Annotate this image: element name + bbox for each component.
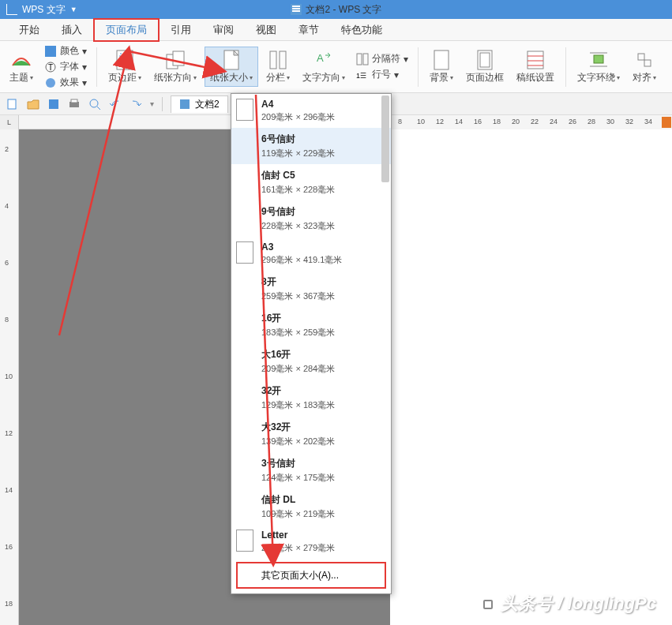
theme-button[interactable]: 主题▾: [5, 47, 38, 86]
vruler-tick: 4: [5, 202, 9, 210]
undo-icon[interactable]: [109, 98, 122, 110]
new-icon[interactable]: [6, 98, 19, 110]
size-name: 大16开: [261, 348, 335, 361]
page-background-right: [390, 129, 672, 625]
hruler-tick: 20: [512, 118, 520, 125]
margin-icon: [114, 49, 136, 71]
svg-rect-22: [594, 55, 603, 63]
paper-size-option[interactable]: 大32开139毫米 × 202毫米: [231, 416, 391, 452]
svg-rect-12: [357, 54, 362, 65]
svg-rect-15: [434, 51, 449, 69]
size-dimensions: 109毫米 × 219毫米: [261, 508, 335, 520]
text-direction-button[interactable]: A 文字方向▾: [298, 47, 350, 86]
open-icon[interactable]: [27, 98, 39, 110]
paper-size-option[interactable]: 3号信封124毫米 × 175毫米: [231, 452, 391, 488]
document-tab-icon: [179, 99, 190, 110]
menu-insert[interactable]: 插入: [51, 20, 93, 40]
svg-rect-7: [173, 51, 184, 65]
menu-start[interactable]: 开始: [8, 20, 51, 40]
menu-chapter[interactable]: 章节: [287, 20, 330, 40]
horizontal-ruler-right: 81012141618202224262830323436: [390, 115, 672, 129]
watermark: 头条号 / longlingPc: [480, 592, 656, 616]
doc-title-text: 文档2 - WPS 文字: [306, 3, 381, 17]
hruler-tick: 12: [436, 118, 444, 125]
effect-button[interactable]: 效果▾: [41, 75, 90, 91]
scrollbar-thumb[interactable]: [381, 95, 389, 182]
paper-size-option[interactable]: 大16开209毫米 × 284毫米: [231, 343, 391, 380]
font-button[interactable]: T字体▾: [41, 59, 90, 75]
size-name: 32开: [261, 384, 335, 398]
hruler-tick: 34: [644, 118, 652, 125]
ruler-end-marker: [662, 117, 671, 128]
page-border-button[interactable]: 页面边框: [461, 47, 509, 86]
vruler-tick: 14: [5, 486, 13, 494]
paper-size-option[interactable]: A4209毫米 × 296毫米: [231, 94, 391, 128]
app-menu-dropdown-icon[interactable]: ▼: [70, 6, 77, 13]
size-name: A3: [261, 241, 342, 253]
paper-size-option[interactable]: 8开259毫米 × 367毫米: [231, 271, 391, 307]
paper-size-option[interactable]: 32开129毫米 × 183毫米: [231, 380, 391, 416]
window-title: 文档2 - WPS 文字: [290, 3, 381, 17]
svg-rect-33: [180, 99, 190, 109]
vruler-tick: 8: [5, 316, 9, 324]
color-button[interactable]: 颜色▾: [41, 43, 90, 59]
menu-reference[interactable]: 引用: [160, 20, 202, 40]
page-icon: [236, 99, 253, 121]
document-tab[interactable]: 文档2: [171, 95, 228, 113]
qb-overflow-icon[interactable]: ▾: [150, 99, 154, 108]
text-wrap-button[interactable]: 文字环绕▾: [573, 47, 625, 86]
paper-size-option[interactable]: 6号信封119毫米 × 229毫米: [231, 128, 391, 164]
paper-size-option[interactable]: 信封 DL109毫米 × 219毫米: [231, 488, 391, 525]
print-preview-icon[interactable]: [88, 98, 101, 110]
menu-view[interactable]: 视图: [245, 20, 287, 40]
margin-button[interactable]: 页边距▾: [103, 47, 146, 86]
paper-size-option[interactable]: Letter215毫米 × 279毫米: [231, 525, 391, 559]
menu-review[interactable]: 审阅: [202, 20, 245, 40]
size-dimensions: 215毫米 × 279毫米: [261, 542, 335, 554]
paper-size-option[interactable]: A3296毫米 × 419.1毫米: [231, 237, 391, 271]
size-name: 信封 DL: [261, 493, 335, 507]
redo-icon[interactable]: [130, 98, 142, 110]
svg-point-3: [46, 78, 55, 88]
size-dimensions: 209毫米 × 296毫米: [261, 111, 335, 123]
hruler-tick: 10: [417, 118, 425, 125]
size-dimensions: 209毫米 × 284毫米: [261, 363, 335, 375]
ruler-corner: L: [0, 115, 19, 129]
align-button[interactable]: 对齐▾: [628, 47, 661, 86]
menu-special[interactable]: 特色功能: [330, 20, 393, 40]
grid-paper-button[interactable]: 稿纸设置: [512, 47, 559, 86]
size-name: A4: [261, 99, 335, 110]
svg-text:A: A: [317, 52, 324, 64]
print-icon[interactable]: [68, 98, 81, 110]
other-page-size-option[interactable]: 其它页面大小(A)...: [238, 563, 385, 587]
hruler-tick: 14: [455, 118, 463, 125]
page-border-icon: [474, 49, 496, 71]
watermark-icon: [480, 597, 496, 612]
svg-line-32: [97, 107, 100, 110]
size-dimensions: 124毫米 × 175毫米: [261, 472, 335, 484]
size-name: 大32开: [261, 421, 335, 434]
svg-rect-30: [71, 99, 77, 103]
columns-icon: [267, 49, 289, 71]
text-wrap-icon: [588, 49, 610, 71]
vruler-tick: 6: [5, 259, 9, 267]
hruler-tick: 22: [531, 118, 539, 125]
hruler-tick: 30: [606, 118, 614, 125]
paper-size-button[interactable]: 纸张大小▾: [205, 47, 258, 87]
breaks-button[interactable]: 分隔符▾: [353, 51, 411, 67]
svg-rect-26: [644, 60, 651, 66]
line-number-button[interactable]: 1☰行号▾: [353, 67, 411, 83]
paper-size-dropdown: A4209毫米 × 296毫米6号信封119毫米 × 229毫米信封 C5161…: [231, 93, 392, 594]
svg-rect-25: [638, 54, 644, 60]
background-button[interactable]: 背景▾: [425, 47, 458, 86]
save-icon[interactable]: [47, 98, 60, 110]
menu-page-layout[interactable]: 页面布局: [93, 18, 160, 42]
orientation-button[interactable]: 纸张方向▾: [149, 47, 201, 86]
columns-button[interactable]: 分栏▾: [261, 47, 295, 86]
size-dimensions: 228毫米 × 323毫米: [261, 220, 335, 232]
paper-size-option[interactable]: 16开183毫米 × 259毫米: [231, 307, 391, 343]
paper-size-option[interactable]: 9号信封228毫米 × 323毫米: [231, 200, 391, 237]
paper-size-option[interactable]: 信封 C5161毫米 × 228毫米: [231, 164, 391, 200]
svg-text:T: T: [48, 63, 53, 72]
document-icon: [290, 4, 301, 15]
